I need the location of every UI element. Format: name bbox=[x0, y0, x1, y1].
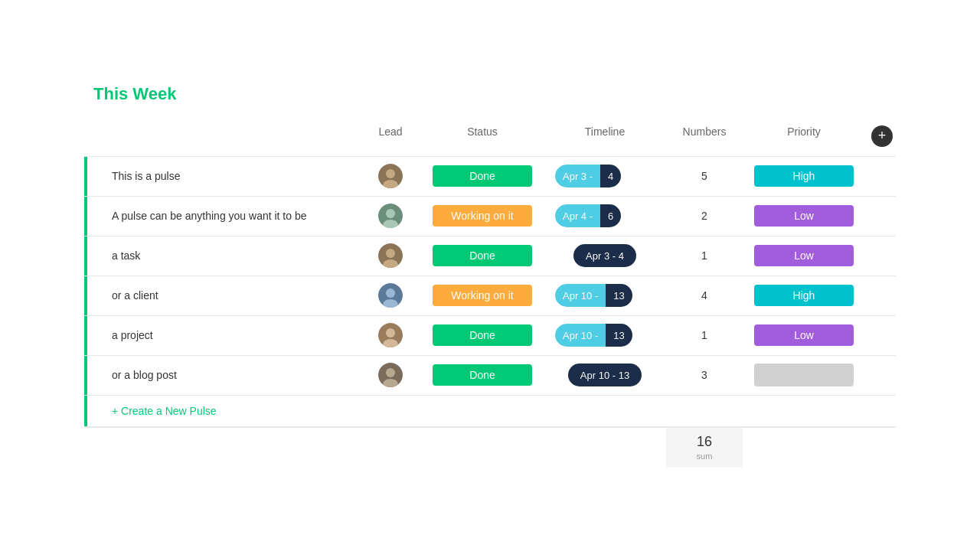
summary-number: 16 bbox=[697, 434, 712, 450]
timeline-dark: Apr 10 - 13 bbox=[568, 364, 642, 386]
avatar bbox=[378, 204, 403, 228]
table-row: A pulse can be anything you want it to b… bbox=[84, 197, 896, 236]
avatar bbox=[378, 363, 403, 387]
timeline-right: 4 bbox=[600, 165, 621, 187]
status-cell[interactable]: Done bbox=[421, 165, 544, 187]
number-cell[interactable]: 1 bbox=[666, 329, 743, 341]
status-cell[interactable]: Done bbox=[421, 245, 544, 266]
table-row: or a client Working on it Apr 10 - 13 4 … bbox=[84, 276, 896, 316]
add-column-button[interactable]: + bbox=[871, 126, 893, 147]
row-indicator bbox=[84, 396, 87, 426]
number-cell[interactable]: 5 bbox=[666, 170, 743, 182]
table-header: Lead Status Timeline Numbers Priority + bbox=[84, 116, 896, 157]
table-row: This is a pulse Done Apr 3 - 4 5 High bbox=[84, 157, 896, 197]
col-lead-header: Lead bbox=[360, 122, 421, 150]
status-badge: Working on it bbox=[433, 285, 532, 306]
timeline-cell[interactable]: Apr 10 - 13 bbox=[544, 324, 666, 347]
status-badge: Done bbox=[433, 165, 532, 187]
row-name[interactable]: or a blog post bbox=[84, 360, 360, 390]
timeline-right: 13 bbox=[606, 324, 632, 347]
priority-badge: Low bbox=[754, 245, 854, 266]
avatar bbox=[378, 164, 403, 188]
timeline-right: 13 bbox=[606, 284, 632, 307]
lead-cell bbox=[360, 283, 421, 308]
table-row: a project Done Apr 10 - 13 1 Low bbox=[84, 316, 896, 356]
timeline-left: Apr 10 - bbox=[555, 284, 606, 307]
row-indicator bbox=[84, 276, 87, 315]
lead-cell bbox=[360, 363, 421, 387]
number-cell[interactable]: 2 bbox=[666, 210, 743, 222]
timeline-dark: Apr 3 - 4 bbox=[573, 244, 636, 267]
priority-badge: Low bbox=[754, 324, 854, 346]
timeline-left: Apr 4 - bbox=[555, 204, 600, 227]
row-name[interactable]: This is a pulse bbox=[84, 161, 360, 191]
col-status-header: Status bbox=[421, 122, 544, 150]
row-indicator bbox=[84, 197, 87, 236]
priority-badge: Low bbox=[754, 205, 854, 227]
row-indicator bbox=[84, 157, 87, 196]
timeline-badge: Apr 4 - 6 bbox=[555, 204, 655, 227]
row-indicator bbox=[84, 236, 87, 276]
col-timeline-header: Timeline bbox=[544, 122, 666, 150]
timeline-right: 6 bbox=[600, 204, 621, 227]
priority-badge: High bbox=[754, 285, 854, 306]
priority-empty-badge bbox=[754, 364, 854, 386]
row-name[interactable]: a project bbox=[84, 320, 360, 350]
summary-row: 16 sum bbox=[84, 427, 896, 468]
svg-point-16 bbox=[386, 368, 395, 377]
priority-cell[interactable] bbox=[743, 364, 865, 386]
timeline-badge: Apr 10 - 13 bbox=[555, 284, 655, 307]
status-cell[interactable]: Working on it bbox=[421, 285, 544, 306]
timeline-left: Apr 10 - bbox=[555, 324, 606, 347]
timeline-cell[interactable]: Apr 10 - 13 bbox=[544, 284, 666, 307]
timeline-cell[interactable]: Apr 3 - 4 bbox=[544, 244, 666, 267]
timeline-badge: Apr 3 - 4 bbox=[555, 165, 655, 187]
status-badge: Done bbox=[433, 245, 532, 266]
summary-label: sum bbox=[697, 452, 713, 461]
status-badge: Done bbox=[433, 364, 532, 386]
timeline-left: Apr 3 - bbox=[555, 165, 600, 187]
row-indicator bbox=[84, 356, 87, 395]
avatar bbox=[378, 243, 403, 268]
row-name[interactable]: A pulse can be anything you want it to b… bbox=[84, 201, 360, 231]
avatar bbox=[378, 323, 403, 347]
number-cell[interactable]: 4 bbox=[666, 289, 743, 302]
create-pulse-label: + Create a New Pulse bbox=[112, 405, 217, 417]
lead-cell bbox=[360, 243, 421, 268]
svg-point-13 bbox=[386, 328, 395, 337]
status-badge: Done bbox=[433, 324, 532, 346]
row-name[interactable]: a task bbox=[84, 240, 360, 271]
main-container: This Week Lead Status Timeline Numbers P… bbox=[84, 84, 896, 468]
status-cell[interactable]: Done bbox=[421, 364, 544, 386]
status-cell[interactable]: Done bbox=[421, 324, 544, 346]
svg-point-7 bbox=[386, 249, 395, 258]
status-badge: Working on it bbox=[433, 205, 532, 227]
lead-cell bbox=[360, 323, 421, 347]
lead-cell bbox=[360, 204, 421, 228]
create-pulse-row[interactable]: + Create a New Pulse bbox=[84, 396, 896, 427]
timeline-badge: Apr 10 - 13 bbox=[555, 324, 655, 347]
priority-cell[interactable]: High bbox=[743, 285, 865, 306]
col-name-header bbox=[84, 122, 360, 150]
col-numbers-header: Numbers bbox=[666, 122, 743, 150]
section-title: This Week bbox=[84, 84, 896, 104]
number-cell[interactable]: 1 bbox=[666, 249, 743, 262]
col-add-header: + bbox=[865, 122, 896, 150]
svg-point-1 bbox=[386, 169, 395, 178]
row-indicator bbox=[84, 316, 87, 355]
number-cell[interactable]: 3 bbox=[666, 369, 743, 381]
priority-cell[interactable]: Low bbox=[743, 205, 865, 227]
timeline-cell[interactable]: Apr 4 - 6 bbox=[544, 204, 666, 227]
priority-cell[interactable]: Low bbox=[743, 245, 865, 266]
priority-cell[interactable]: High bbox=[743, 165, 865, 187]
timeline-cell[interactable]: Apr 3 - 4 bbox=[544, 165, 666, 187]
priority-cell[interactable]: Low bbox=[743, 324, 865, 346]
status-cell[interactable]: Working on it bbox=[421, 205, 544, 227]
col-priority-header: Priority bbox=[743, 122, 865, 150]
summary-number-cell: 16 sum bbox=[666, 428, 743, 468]
row-name[interactable]: or a client bbox=[84, 280, 360, 311]
svg-point-4 bbox=[386, 209, 395, 218]
table-row: or a blog post Done Apr 10 - 13 3 bbox=[84, 356, 896, 396]
priority-badge: High bbox=[754, 165, 854, 187]
timeline-cell[interactable]: Apr 10 - 13 bbox=[544, 364, 666, 386]
